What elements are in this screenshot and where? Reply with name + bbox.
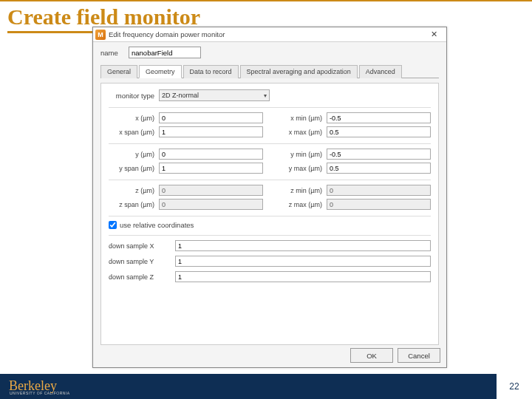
zmax-label: z max (µm)	[276, 201, 327, 208]
divider	[109, 143, 431, 144]
divider	[109, 235, 431, 236]
x-input[interactable]	[159, 112, 263, 123]
tab-advanced[interactable]: Advanced	[359, 65, 402, 78]
ymax-label: y max (µm)	[276, 165, 327, 172]
monitor-type-label: monitor type	[109, 92, 159, 100]
chevron-down-icon: ▾	[264, 92, 267, 99]
xspan-label: x span (µm)	[109, 129, 159, 136]
x-label: x (µm)	[109, 115, 159, 122]
ymin-label: y min (µm)	[276, 151, 327, 158]
zspan-label: z span (µm)	[109, 201, 159, 208]
tab-data-to-record[interactable]: Data to record	[183, 65, 239, 78]
z-label: z (µm)	[109, 187, 159, 194]
monitor-type-value: 2D Z-normal	[162, 92, 199, 99]
zmax-input[interactable]	[327, 199, 431, 210]
close-icon[interactable]: ✕	[423, 28, 444, 41]
xmin-input[interactable]	[327, 112, 431, 123]
dialog-title: Edit frequency domain power monitor	[109, 30, 423, 38]
page-number: 22	[497, 374, 532, 399]
y-input[interactable]	[159, 149, 263, 160]
tab-general[interactable]: General	[100, 65, 137, 78]
xspan-input[interactable]	[159, 126, 263, 137]
downsample-x-input[interactable]	[175, 240, 431, 251]
ymin-input[interactable]	[327, 149, 431, 160]
downsample-z-label: down sample Z	[109, 273, 175, 281]
name-label: name	[100, 49, 129, 57]
tab-geometry[interactable]: Geometry	[139, 65, 182, 78]
berkeley-subtitle: UNIVERSITY OF CALIFORNIA	[0, 391, 70, 395]
app-icon: M	[95, 30, 106, 40]
use-relative-label: use relative coordinates	[120, 221, 194, 229]
z-input[interactable]	[159, 185, 263, 196]
geometry-panel: monitor type 2D Z-normal ▾ x (µm) x min …	[100, 83, 439, 345]
downsample-y-input[interactable]	[175, 256, 431, 267]
zmin-label: z min (µm)	[276, 187, 327, 194]
zspan-input[interactable]	[159, 199, 263, 210]
monitor-type-select[interactable]: 2D Z-normal ▾	[159, 89, 270, 101]
cancel-button[interactable]: Cancel	[398, 348, 440, 363]
slide-footer: Berkeley UNIVERSITY OF CALIFORNIA 22	[0, 374, 532, 399]
downsample-y-label: down sample Y	[109, 258, 175, 265]
use-relative-checkbox[interactable]	[109, 221, 117, 229]
xmin-label: x min (µm)	[276, 115, 327, 122]
yspan-input[interactable]	[159, 163, 263, 174]
xmax-label: x max (µm)	[276, 129, 327, 136]
y-label: y (µm)	[109, 151, 159, 158]
ok-button[interactable]: OK	[350, 348, 393, 363]
downsample-z-input[interactable]	[175, 271, 431, 282]
zmin-input[interactable]	[327, 185, 431, 196]
divider	[109, 107, 431, 108]
ymax-input[interactable]	[327, 163, 431, 174]
tab-spectral[interactable]: Spectral averaging and apodization	[240, 65, 358, 78]
divider	[109, 216, 431, 216]
name-input[interactable]	[129, 47, 201, 58]
divider	[109, 180, 431, 180]
xmax-input[interactable]	[327, 126, 431, 137]
tab-bar: General Geometry Data to record Spectral…	[100, 64, 439, 78]
yspan-label: y span (µm)	[109, 165, 159, 172]
dialog-titlebar: M Edit frequency domain power monitor ✕	[93, 27, 446, 42]
edit-monitor-dialog: M Edit frequency domain power monitor ✕ …	[92, 27, 447, 368]
downsample-x-label: down sample X	[109, 242, 175, 250]
